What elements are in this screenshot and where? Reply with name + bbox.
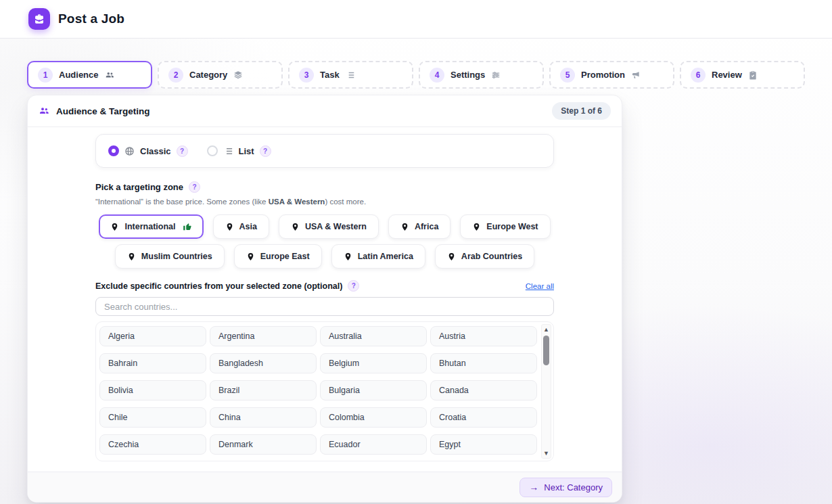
clear-all-link[interactable]: Clear all [526,282,554,290]
zone-button-asia[interactable]: Asia [213,214,269,239]
map-pin-icon [110,223,119,231]
zone-section-label: Pick a targeting zone [95,182,183,192]
country-item[interactable]: Australia [320,326,427,346]
step-label: Promotion [581,70,625,80]
zone-label: International [124,222,175,231]
country-item[interactable]: Austria [430,326,537,346]
briefcase-icon [28,8,50,30]
country-item[interactable]: Colombia [320,407,427,428]
help-icon-zone[interactable]: ? [189,181,200,193]
tab-task[interactable]: 3 Task [288,61,413,89]
map-pin-icon [225,223,234,231]
mode-selector: Classic ? List ? [95,134,554,168]
radio-classic-selected[interactable] [108,145,119,156]
zone-label: Europe East [260,252,310,261]
step-progress-badge: Step 1 of 6 [552,102,611,120]
map-pin-icon [246,252,255,261]
zone-button-europe-west[interactable]: Europe West [460,214,550,239]
country-item[interactable]: Croatia [430,407,537,428]
country-item[interactable]: Canada [430,380,537,400]
country-item[interactable]: Bhutan [430,353,537,373]
help-icon-exclude[interactable]: ? [348,280,359,292]
country-item[interactable]: Brazil [210,380,317,400]
mode-label-classic: Classic [140,146,171,156]
mode-option-list[interactable]: List ? [207,145,271,157]
scrollbar-thumb[interactable] [543,336,549,365]
scroll-down-arrow[interactable]: ▼ [542,449,551,457]
zone-button-africa[interactable]: Africa [388,214,450,239]
zone-button-europe-east[interactable]: Europe East [234,244,322,269]
step-label: Task [320,70,340,80]
users-group-icon [39,106,49,116]
country-item[interactable]: Egypt [430,434,537,455]
map-pin-icon [127,252,136,261]
country-item[interactable]: Czechia [99,434,206,455]
country-item[interactable]: Belgium [320,353,427,373]
arrow-right-icon: → [529,482,538,492]
clipboard-icon [748,70,758,80]
mode-label-list: List [239,146,254,156]
tab-audience[interactable]: 1 Audience [27,61,152,89]
step-number: 6 [691,68,706,83]
country-item[interactable]: Argentina [210,326,317,346]
next-category-button[interactable]: → Next: Category [519,478,612,497]
countries-scroll-area: Algeria Argentina Australia Austria Bahr… [95,321,554,461]
country-item[interactable]: Bulgaria [320,380,427,400]
tab-promotion[interactable]: 5 Promotion [549,61,674,89]
thumbs-up-icon [183,222,192,231]
step-label: Review [712,70,742,80]
map-pin-icon [400,223,409,231]
map-pin-icon [472,223,481,231]
vertical-scrollbar[interactable]: ▲ ▼ [541,324,551,459]
map-pin-icon [344,252,352,261]
step-number: 3 [299,68,314,83]
help-icon-list[interactable]: ? [260,145,271,157]
search-countries-input[interactable] [95,297,554,316]
sliders-icon [491,70,501,80]
scroll-up-arrow[interactable]: ▲ [542,325,551,334]
step-number: 2 [168,68,183,83]
zone-label: Muslim Countries [141,252,212,261]
layers-icon [233,70,243,80]
tab-review[interactable]: 6 Review [680,61,805,89]
card-header: Audience & Targeting Step 1 of 6 [28,95,622,127]
audience-card: Audience & Targeting Step 1 of 6 Classic… [27,95,622,503]
step-label: Settings [450,70,485,80]
country-item[interactable]: Algeria [99,326,206,346]
country-item[interactable]: Chile [99,407,206,428]
country-item[interactable]: Bahrain [99,353,206,373]
help-icon-classic[interactable]: ? [177,145,188,157]
country-item[interactable]: Bolivia [99,380,206,400]
zone-button-usa-western[interactable]: USA & Western [279,214,379,239]
mode-option-classic[interactable]: Classic ? [108,145,188,157]
step-number: 4 [430,68,444,83]
step-label: Category [189,70,227,80]
tab-settings[interactable]: 4 Settings [419,61,544,89]
step-tabs: 1 Audience 2 Category 3 Task 4 Settings [27,61,805,89]
zone-button-arab-countries[interactable]: Arab Countries [435,244,534,269]
zone-button-muslim-countries[interactable]: Muslim Countries [115,244,225,269]
zone-row-2: Muslim Countries Europe East Latin Ameri… [95,244,554,269]
zone-button-international[interactable]: International [99,214,203,239]
zone-button-latin-america[interactable]: Latin America [331,244,425,269]
zone-label: USA & Western [305,222,367,231]
app-header: Post a Job [0,0,832,39]
zone-description: “International” is the base price. Some … [95,198,554,206]
zone-label: Arab Countries [461,252,522,261]
zone-row-1: International Asia USA & Western Africa [95,214,554,239]
list-check-icon [346,70,355,80]
card-footer: → Next: Category [28,472,622,502]
map-pin-icon [447,252,456,261]
country-item[interactable]: Bangladesh [210,353,317,373]
page-title: Post a Job [58,12,124,26]
radio-list-unselected[interactable] [207,145,218,156]
country-item[interactable]: Ecuador [320,434,427,455]
step-number: 5 [560,68,575,83]
globe-icon [124,146,135,156]
exclude-section-label: Exclude specific countries from your sel… [95,281,342,291]
country-item[interactable]: Denmark [210,434,317,455]
tab-category[interactable]: 2 Category [158,61,283,89]
country-item[interactable]: China [210,407,317,428]
map-pin-icon [291,223,300,231]
users-icon [105,70,114,80]
